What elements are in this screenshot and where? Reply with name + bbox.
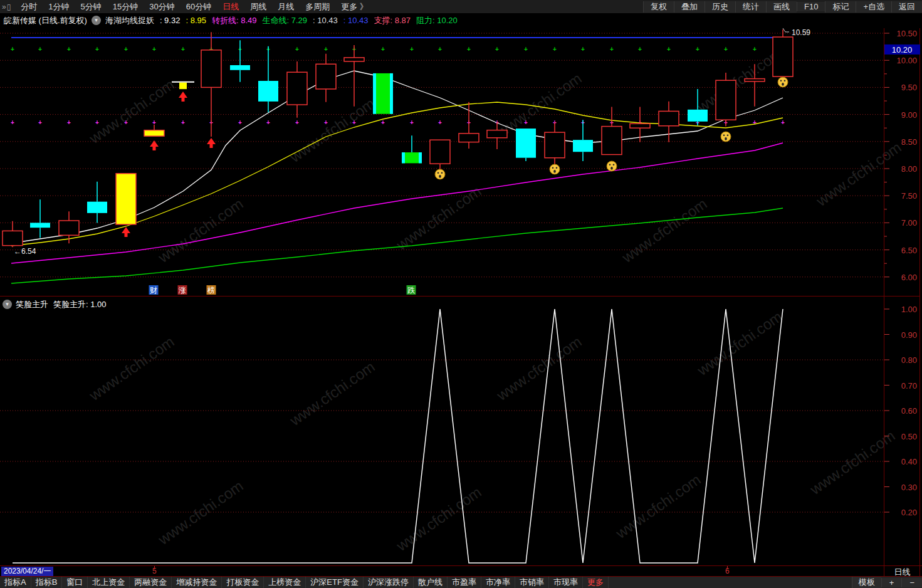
menu-item-1分钟[interactable]: 1分钟 (43, 1, 75, 13)
menu-item-30分钟[interactable]: 30分钟 (144, 1, 180, 13)
candle-up (487, 130, 507, 138)
add-panel-button[interactable]: + (881, 578, 902, 587)
tab-沪深ETF资金[interactable]: 沪深ETF资金 (306, 577, 364, 588)
tab-北上资金[interactable]: 北上资金 (88, 577, 130, 588)
candle-up (745, 79, 765, 81)
support-marker: + (67, 119, 71, 126)
sub-indicator-name[interactable]: 笑脸主升 (16, 299, 48, 310)
stock-title[interactable]: 皖新传媒 (日线.前复权) (4, 15, 87, 26)
candle-up (3, 231, 23, 245)
chevron-down-icon[interactable]: ▾ (3, 300, 12, 309)
indicator-values: 海湖均线捉妖: 9.32: 8.95转折线: 8.49生命线: 7.29: 10… (105, 15, 463, 26)
menu-item-多周期[interactable]: 多周期 (300, 1, 335, 13)
chart-canvas[interactable]: www.cfchi.comwww.cfchi.comwww.cfchi.comw… (0, 0, 922, 588)
indicator-value: 支撑: 8.87 (374, 16, 411, 25)
smiley-eye (780, 80, 782, 82)
smiley-mouth (782, 83, 784, 86)
tab-指标B[interactable]: 指标B (31, 577, 63, 588)
menu-item-更多 》[interactable]: 更多 》 (335, 1, 374, 13)
watermark: www.cfchi.com (612, 471, 704, 542)
date-label[interactable]: 2023/04/24/一 (1, 567, 53, 576)
tab-市盈率[interactable]: 市盈率 (448, 577, 481, 588)
tab-上榜资金[interactable]: 上榜资金 (264, 577, 306, 588)
price-axis-label: 7.00 (901, 218, 917, 228)
resistance-marker: + (667, 46, 671, 53)
resistance-marker: + (181, 46, 185, 53)
tab-more[interactable]: 更多 (583, 577, 609, 588)
resistance-marker: + (467, 46, 471, 53)
support-marker: + (124, 119, 128, 126)
sub-axis-label: 0.40 (901, 457, 917, 466)
watermark: www.cfchi.com (155, 477, 246, 549)
low-price-annotation: ←6.54 (14, 247, 36, 256)
indicator-value: : 10.43 (343, 16, 369, 25)
last-price-label: 10.20 (892, 45, 913, 55)
indicator-value: 海湖均线捉妖 (105, 16, 154, 25)
top-menu-bar: »▯ 分时1分钟5分钟15分钟30分钟60分钟日线周线月线多周期更多 》 复权叠… (0, 0, 922, 13)
indicator-value: : 10.43 (313, 16, 338, 25)
tab-打板资金[interactable]: 打板资金 (222, 577, 264, 588)
tab-市现率[interactable]: 市现率 (549, 577, 583, 588)
panel-toggle-icon[interactable]: »▯ (0, 3, 15, 11)
watermark: www.cfchi.com (493, 333, 585, 404)
candle-signal (144, 130, 164, 137)
candle-up (659, 111, 679, 125)
event-marker-label: 跌 (407, 286, 415, 295)
toolbar-button-历史[interactable]: 历史 (705, 1, 735, 13)
tab-增减持资金[interactable]: 增减持资金 (172, 577, 222, 588)
support-marker: + (410, 119, 414, 126)
menu-item-60分钟[interactable]: 60分钟 (181, 1, 217, 13)
toolbar-button-+自选[interactable]: +自选 (856, 1, 891, 13)
menu-item-分时[interactable]: 分时 (15, 1, 43, 13)
toolbar-button-返回[interactable]: 返回 (891, 1, 922, 13)
candle-up (630, 123, 650, 128)
tab-沪深涨跌停[interactable]: 沪深涨跌停 (364, 577, 414, 588)
smiley-eye (613, 164, 615, 166)
smiley-eye (552, 167, 554, 169)
tab-市净率[interactable]: 市净率 (481, 577, 515, 588)
chevron-down-icon[interactable]: ▾ (92, 16, 101, 25)
sub-axis-label: 0.80 (901, 355, 917, 365)
price-axis-label: 10.50 (896, 29, 917, 38)
price-axis-label: 8.00 (901, 164, 917, 174)
resistance-marker: + (638, 46, 642, 53)
remove-panel-button[interactable]: − (901, 578, 922, 587)
indicator-value: : 8.95 (186, 16, 206, 25)
resistance-marker: + (67, 46, 71, 53)
menu-item-周线[interactable]: 周线 (244, 1, 272, 13)
support-marker: + (524, 119, 528, 126)
resistance-marker: + (696, 46, 699, 53)
resistance-marker: + (95, 46, 99, 53)
tab-市销率[interactable]: 市销率 (515, 577, 549, 588)
toolbar-button-复权[interactable]: 复权 (643, 1, 674, 13)
high-price-annotation: 10.59 (792, 28, 810, 37)
toolbar-button-叠加[interactable]: 叠加 (674, 1, 705, 13)
tab-指标A[interactable]: 指标A (0, 577, 31, 588)
watermark: www.cfchi.com (694, 45, 785, 116)
smiley-mouth (439, 175, 441, 178)
tab-两融资金[interactable]: 两融资金 (130, 577, 172, 588)
sub-axis-label: 0.30 (901, 483, 917, 492)
smiley-eye (556, 167, 558, 169)
tab-窗口[interactable]: 窗口 (62, 577, 88, 588)
event-marker-label: 涨 (178, 286, 186, 295)
toolbar-button-标记[interactable]: 标记 (825, 1, 856, 13)
menu-item-5分钟[interactable]: 5分钟 (75, 1, 107, 13)
candle-green-edge (373, 73, 376, 114)
menu-item-月线[interactable]: 月线 (272, 1, 300, 13)
month-tick (727, 566, 728, 569)
candle-up (602, 127, 622, 155)
stock-app-window: www.cfchi.comwww.cfchi.comwww.cfchi.comw… (0, 0, 922, 588)
menu-item-日线[interactable]: 日线 (217, 1, 244, 13)
candle-doji-mark (179, 83, 187, 89)
tab-散户线[interactable]: 散户线 (414, 577, 448, 588)
menu-item-15分钟[interactable]: 15分钟 (107, 1, 144, 13)
toolbar-button-F10[interactable]: F10 (797, 2, 825, 11)
candle-up (716, 80, 736, 120)
toolbar-button-统计[interactable]: 统计 (735, 1, 766, 13)
support-marker: + (295, 119, 299, 126)
support-marker: + (438, 119, 442, 126)
toolbar-button-画线[interactable]: 画线 (766, 1, 797, 13)
template-button[interactable]: 模板 (852, 577, 881, 588)
support-marker: + (266, 119, 270, 126)
